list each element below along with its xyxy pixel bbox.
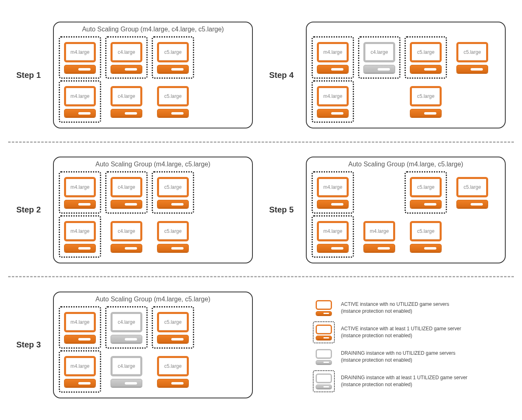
step-label: Step 5 (269, 205, 306, 214)
instance-label: c5.large (456, 42, 488, 62)
instance-label: m4.large (64, 312, 96, 332)
instance-icon: c5.large (405, 216, 446, 257)
instance-icon: c5.large (153, 216, 193, 257)
instance-label: c5.large (157, 356, 189, 376)
instance-icon: c4.large (106, 307, 147, 348)
instance-label: c4.large (111, 356, 142, 376)
instance-base (317, 65, 349, 73)
instance-base (456, 200, 488, 208)
instance-grid: m4.largec4.largec5.largem4.largec4.large… (60, 307, 246, 392)
instance-base (111, 109, 142, 117)
step-cell: Step 2Auto Scaling Group (m4.large, c5.l… (8, 143, 261, 277)
instance-label: c4.large (111, 42, 142, 62)
step-label: Step 1 (16, 71, 53, 80)
instance-base (64, 109, 96, 117)
instance-base (410, 200, 442, 208)
legend-text: DRAINING instance with no UTILIZED game … (341, 350, 456, 363)
instance-icon: m4.large (60, 37, 100, 78)
instance-base (157, 335, 189, 343)
legend-text: ACTIVE instance with at least 1 UTILIZED… (341, 325, 461, 338)
instance-icon: m4.large (312, 37, 353, 78)
instance-base (64, 379, 96, 387)
instance-base (157, 109, 189, 117)
instance-base (64, 65, 96, 73)
diagram-grid: Step 1Auto Scaling Group (m4.large, c4.l… (8, 8, 514, 412)
instance-base (363, 244, 395, 252)
instance-label: c5.large (157, 312, 189, 332)
instance-grid: m4.largec5.largec5.largem4.largem4.large… (312, 172, 499, 257)
asg-box: Auto Scaling Group (m4.large, c4.large, … (53, 22, 253, 128)
asg-title (312, 26, 499, 33)
step-label: Step 4 (269, 71, 306, 80)
instance-base (157, 200, 189, 208)
instance-icon: m4.large (60, 307, 100, 348)
instance-label: c5.large (157, 177, 189, 197)
instance-label: c4.large (111, 312, 142, 332)
instance-label: m4.large (317, 42, 349, 62)
instance-icon: c5.large (405, 172, 446, 213)
instance-label: c5.large (410, 42, 442, 62)
instance-label: c4.large (363, 42, 395, 62)
instance-base (317, 200, 349, 208)
instance-base (111, 65, 142, 73)
legend-text: ACTIVE instance with no UTILIZED game se… (341, 301, 449, 314)
asg-box: Auto Scaling Group (m4.large, c5.large)m… (53, 292, 253, 398)
instance-icon: m4.large (60, 351, 100, 392)
instance-label: ACTIVE instance with at least 1 UTILIZED… (316, 325, 332, 334)
instance-label: m4.large (317, 177, 349, 197)
instance-base (410, 65, 442, 73)
instance-label: DRAINING instance with no UTILIZED game … (316, 349, 332, 359)
instance-grid: m4.largec4.largec5.largec5.largem4.large… (312, 37, 499, 122)
instance-base (456, 65, 488, 73)
instance-base (111, 335, 142, 343)
asg-box: Auto Scaling Group (m4.large, c5.large)m… (306, 157, 506, 263)
step-cell: Step 4 m4.largec4.largec5.largec5.largem… (261, 8, 514, 142)
instance-icon: c4.large (106, 172, 147, 213)
instance-base (157, 65, 189, 73)
instance-label: m4.large (317, 221, 349, 241)
asg-title: Auto Scaling Group (m4.large, c5.large) (60, 161, 246, 168)
legend-row: ACTIVE instance with at least 1 UTILIZED… (314, 323, 467, 342)
instance-icon: c5.large (153, 351, 193, 392)
instance-icon: DRAINING instance with at least 1 UTILIZ… (314, 371, 334, 391)
legend-row: DRAINING instance with at least 1 UTILIZ… (314, 371, 467, 391)
instance-label: c5.large (157, 42, 189, 62)
instance-base (410, 244, 442, 252)
instance-icon: c4.large (106, 216, 147, 257)
instance-base (363, 65, 395, 73)
step-cell: Step 1Auto Scaling Group (m4.large, c4.l… (8, 8, 261, 142)
instance-label: m4.large (64, 42, 96, 62)
asg-title: Auto Scaling Group (m4.large, c5.large) (60, 296, 246, 303)
step-label: Step 2 (16, 205, 53, 214)
instance-base (410, 109, 442, 117)
instance-label: m4.large (64, 177, 96, 197)
instance-base (317, 109, 349, 117)
instance-icon: DRAINING instance with no UTILIZED game … (314, 347, 334, 367)
legend-cell: ACTIVE instance with no UTILIZED game se… (261, 278, 514, 412)
step-label: Step 3 (16, 340, 53, 349)
instance-label: m4.large (64, 356, 96, 376)
instance-base (316, 336, 332, 340)
step-cell: Step 3Auto Scaling Group (m4.large, c5.l… (8, 278, 261, 412)
instance-base (157, 244, 189, 252)
instance-icon: m4.large (359, 216, 400, 257)
instance-base (64, 244, 96, 252)
instance-label: c5.large (410, 221, 442, 241)
instance-label: ACTIVE instance with no UTILIZED game se… (316, 300, 332, 310)
asg-title: Auto Scaling Group (m4.large, c4.large, … (60, 26, 246, 33)
instance-icon: c5.large (153, 37, 193, 78)
asg-title: Auto Scaling Group (m4.large, c5.large) (312, 161, 499, 168)
instance-label: c5.large (157, 86, 189, 106)
instance-icon: c5.large (452, 37, 493, 78)
instance-icon: c4.large (106, 81, 147, 122)
step-cell: Step 5Auto Scaling Group (m4.large, c5.l… (261, 143, 514, 277)
instance-icon: c4.large (106, 351, 147, 392)
instance-icon: m4.large (60, 216, 100, 257)
instance-base (316, 360, 332, 364)
instance-icon: m4.large (60, 172, 100, 213)
legend-text: DRAINING instance with at least 1 UTILIZ… (341, 374, 467, 387)
instance-icon: c5.large (405, 37, 446, 78)
asg-box: Auto Scaling Group (m4.large, c5.large)m… (53, 157, 253, 263)
instance-icon: c4.large (359, 37, 400, 78)
instance-label: DRAINING instance with at least 1 UTILIZ… (316, 374, 332, 383)
